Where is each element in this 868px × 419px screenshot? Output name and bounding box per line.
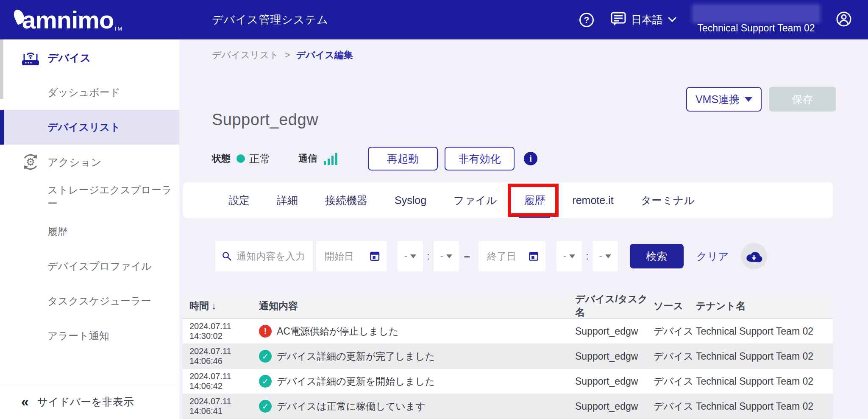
language-selector[interactable]: 日本語: [611, 12, 676, 28]
amnimo-logo[interactable]: amnimo TM: [14, 3, 184, 36]
tab-設定[interactable]: 設定: [227, 182, 251, 218]
sidebar-item-dashboard[interactable]: ダッシュボード: [0, 75, 179, 110]
table-row: 2024.07.11 14:06:46✓デバイス詳細の更新が完了しましたSupp…: [183, 344, 833, 369]
start-date-field[interactable]: [316, 241, 387, 271]
history-table: 時間↓通知内容デバイス/タスク名ソーステナント名 2024.07.11 14:3…: [183, 293, 833, 419]
time-colon: :: [586, 250, 589, 262]
sidebar-item-alert-notification[interactable]: アラート通知: [0, 318, 179, 353]
history-filter-row: - : - – - : - 検索 クリア: [215, 241, 767, 271]
cell-time: 2024.07.11 14:30:02: [189, 321, 259, 341]
message-text: デバイスは正常に稼働しています: [277, 400, 426, 413]
start-date-input[interactable]: [325, 251, 370, 262]
dropdown-arrow-icon: [569, 254, 575, 258]
tab-label: ファイル: [453, 193, 497, 207]
notification-search-field[interactable]: [215, 241, 313, 271]
tab-ターミナル[interactable]: ターミナル: [639, 182, 696, 218]
user-info-block: Technical Support Team 02: [693, 6, 819, 34]
sidebar-item-device-list[interactable]: デバイスリスト: [0, 110, 179, 145]
tab-label: 設定: [228, 193, 250, 207]
table-row: 2024.07.11 14:06:41✓デバイスは正常に稼働していますSuppo…: [183, 394, 833, 419]
breadcrumb: デバイスリスト > デバイス編集: [212, 49, 353, 61]
column-header-time[interactable]: 時間↓: [189, 299, 259, 313]
app-root: amnimo TM デバイス管理システム ? 日本語 Technical Sup…: [0, 0, 868, 419]
message-text: デバイス詳細の更新が完了しました: [277, 350, 435, 363]
start-minute-select[interactable]: -: [434, 241, 459, 271]
start-hour-select[interactable]: -: [398, 241, 423, 271]
sidebar-collapse-button[interactable]: « サイドバーを非表示: [0, 384, 179, 419]
help-icon[interactable]: ?: [579, 13, 594, 27]
sidebar-item-device-profile[interactable]: デバイスプロファイル: [0, 249, 179, 284]
date-range-dash: –: [464, 250, 470, 263]
chevron-down-icon: [668, 16, 676, 24]
sidebar-item-label: 履歴: [47, 225, 68, 238]
download-button[interactable]: [741, 243, 767, 269]
time-colon: :: [427, 250, 430, 262]
cell-message: ✓デバイス詳細の更新が完了しました: [259, 350, 575, 363]
tab-履歴[interactable]: 履歴: [522, 182, 547, 218]
deactivate-button[interactable]: 非有効化: [445, 147, 515, 170]
sidebar-item-action[interactable]: ⚙アクション: [0, 145, 179, 179]
end-minute-select[interactable]: -: [593, 241, 618, 271]
logo-trademark: TM: [114, 25, 122, 32]
collapse-label: サイドバーを非表示: [37, 395, 134, 409]
sidebar-item-device[interactable]: デバイス: [0, 40, 179, 75]
sidebar-item-storage-explorer[interactable]: ストレージエクスプローラー: [0, 179, 179, 214]
sidebar-item-label: アラート通知: [47, 329, 109, 343]
success-check-icon: ✓: [259, 400, 272, 413]
save-button[interactable]: 保存: [769, 87, 836, 112]
column-header-device-task: デバイス/タスク名: [575, 293, 654, 319]
header-right-group: ? 日本語 Technical Support Team 02: [579, 6, 852, 34]
vms-link-button[interactable]: VMS連携: [686, 87, 762, 112]
sidebar-item-label: デバイス: [47, 51, 91, 65]
tab-label: 履歴: [524, 193, 545, 207]
cell-tenant: Technical Support Team 02: [696, 351, 833, 362]
device-name-title: Support_edgw: [212, 111, 318, 129]
cloud-download-icon: [746, 250, 762, 263]
cell-message: !AC電源供給が停止しました: [259, 325, 575, 338]
column-header-tenant: テナント名: [696, 299, 833, 313]
search-icon: [222, 250, 231, 262]
end-date-input[interactable]: [487, 251, 529, 262]
cell-source: デバイス: [654, 400, 696, 413]
clear-button[interactable]: クリア: [696, 249, 729, 263]
message-text: AC電源供給が停止しました: [277, 325, 399, 338]
gear-sync-icon: ⚙: [19, 152, 42, 172]
calendar-icon: [370, 250, 380, 263]
info-icon[interactable]: i: [524, 152, 537, 165]
sidebar-item-task-scheduler[interactable]: タスクスケジューラー: [0, 284, 179, 318]
cell-tenant: Technical Support Team 02: [696, 376, 833, 387]
search-input[interactable]: [236, 251, 313, 262]
top-action-buttons: VMS連携 保存: [179, 87, 836, 112]
cell-source: デバイス: [654, 325, 696, 338]
tab-接続機器[interactable]: 接続機器: [323, 182, 369, 218]
account-icon[interactable]: [836, 11, 852, 29]
sort-descending-icon: ↓: [211, 300, 217, 311]
tab-詳細[interactable]: 詳細: [275, 182, 300, 218]
tab-label: ターミナル: [641, 193, 695, 207]
breadcrumb-device-list[interactable]: デバイスリスト: [212, 50, 279, 60]
tab-ファイル[interactable]: ファイル: [452, 182, 498, 218]
end-date-field[interactable]: [479, 241, 545, 271]
cell-message: ✓デバイスは正常に稼働しています: [259, 400, 575, 413]
sidebar-item-history[interactable]: 履歴: [0, 214, 179, 249]
tab-label: remote.it: [572, 194, 613, 207]
cell-time: 2024.07.11 14:06:46: [189, 346, 259, 366]
sidebar-item-label: ストレージエクスプローラー: [47, 183, 179, 210]
logo-text: amnimo: [22, 3, 114, 36]
tab-label: 詳細: [277, 193, 298, 207]
collapse-chevrons-icon: «: [21, 395, 29, 408]
tab-remote.it[interactable]: remote.it: [570, 182, 615, 218]
sidebar-item-label: デバイスプロファイル: [47, 260, 152, 273]
active-tab-underline: [519, 215, 550, 218]
signal-strength-icon: [324, 152, 337, 165]
tab-Syslog[interactable]: Syslog: [393, 182, 428, 218]
svg-text:⚙: ⚙: [26, 156, 35, 168]
language-label: 日本語: [631, 13, 663, 27]
end-hour-select[interactable]: -: [556, 241, 582, 271]
app-title: デバイス管理システム: [212, 12, 328, 27]
cell-device-task: Support_edgw: [575, 326, 654, 337]
reboot-button[interactable]: 再起動: [368, 147, 438, 170]
cell-device-task: Support_edgw: [575, 401, 654, 412]
top-header: amnimo TM デバイス管理システム ? 日本語 Technical Sup…: [0, 0, 868, 39]
search-button[interactable]: 検索: [630, 244, 684, 268]
